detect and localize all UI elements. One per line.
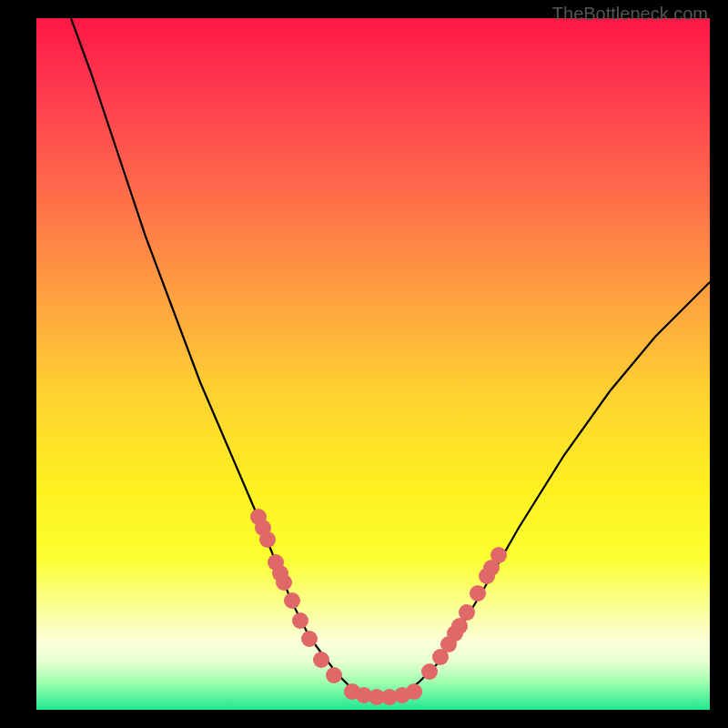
curve-right: [400, 282, 710, 696]
chart-plot-area: [36, 18, 710, 710]
data-markers: [250, 509, 507, 705]
data-marker: [284, 592, 300, 609]
data-marker: [459, 604, 475, 621]
data-marker: [421, 663, 438, 680]
data-marker: [301, 631, 318, 647]
data-marker: [406, 683, 422, 700]
watermark: TheBottleneck.com: [552, 4, 708, 25]
data-marker: [490, 547, 507, 563]
data-marker: [470, 585, 486, 602]
data-marker: [313, 652, 329, 668]
data-marker: [276, 574, 292, 591]
chart-curves: [36, 18, 710, 710]
data-marker: [259, 531, 276, 548]
data-marker: [292, 612, 308, 629]
curve-left: [71, 18, 364, 696]
data-marker: [326, 667, 342, 683]
